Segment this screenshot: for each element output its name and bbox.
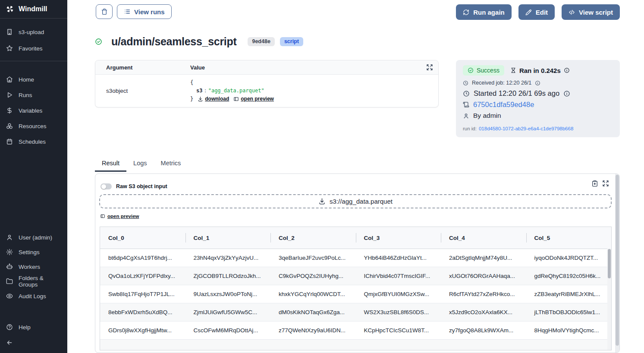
result-card: Raw S3 object input s3://agg_data.parque…	[95, 173, 620, 353]
raw-s3-toggle[interactable]	[101, 183, 112, 189]
arguments-header: Argument Value	[95, 60, 438, 75]
sidebar-item-folders-groups[interactable]: Folders & Groups	[0, 274, 67, 289]
user-icon	[6, 234, 13, 241]
table-row: 8ebbFxWDxrh5uXdBQ...ZjmlJUiGwfU5GWw5C...…	[100, 303, 611, 321]
table-row-partial	[100, 340, 611, 350]
column-header-col_2: Col_2	[270, 227, 356, 249]
tab-result[interactable]: Result	[95, 156, 126, 172]
scroll-icon	[463, 101, 469, 108]
table-cell: ZjmlJUiGwfU5GWw5C...	[185, 303, 271, 321]
sidebar-item-s3-upload[interactable]: s3-upload	[0, 24, 67, 40]
sidebar-item-settings[interactable]: Settings	[0, 245, 67, 259]
argument-value: { s3:"agg_data.parquet" } download open …	[190, 75, 438, 107]
table-row: Swb8Iq17FqHjoT7P1JL...9UazLsxzsJW0oPToNj…	[100, 285, 611, 303]
table-cell	[100, 340, 185, 350]
table-row: GDrs0j8wXXgfHgjjMtw...CscOFwM6MRqDOttAj.…	[100, 321, 611, 340]
view-runs-button[interactable]: View runs	[117, 4, 172, 19]
received-label: Received job: 12:20 26/1	[472, 80, 531, 86]
table-cell: Swb8Iq17FqHjoT7P1JL...	[100, 285, 185, 303]
tab-logs[interactable]: Logs	[126, 156, 154, 172]
script-type-badge: script	[280, 37, 303, 46]
expand-icon[interactable]	[602, 180, 609, 187]
clipboard-copy-icon[interactable]	[591, 180, 598, 187]
sidebar-nav-group: Home Runs Variables Resources Schedules	[0, 61, 67, 149]
download-link[interactable]: download	[198, 95, 229, 103]
result-card-scrollbar	[615, 174, 619, 353]
delete-button[interactable]	[96, 4, 113, 19]
info-icon[interactable]	[564, 67, 570, 73]
open-preview-link[interactable]: open preview	[100, 214, 139, 219]
brand[interactable]: Windmill	[0, 0, 67, 19]
hourglass-icon	[510, 67, 516, 73]
table-cell: iyqoODoNk4JRDQTZT...	[526, 249, 612, 267]
duration-text: Ran in 0.242s	[510, 67, 570, 74]
sidebar-item-audit-logs[interactable]: Audit Logs	[0, 289, 67, 303]
table-cell: KCpHpcTCIcSCu1W8T...	[356, 321, 441, 340]
panel-preview-icon	[233, 96, 239, 102]
star-icon	[6, 45, 13, 52]
sidebar-item-help[interactable]: Help	[0, 320, 67, 334]
help-circle-icon	[6, 324, 13, 331]
sidebar-item-schedules[interactable]: Schedules	[0, 134, 67, 149]
toolbar-left: View runs	[96, 4, 172, 19]
job-id-link[interactable]: 6750c1dfa59ed48e	[473, 101, 534, 109]
s3-file-label: s3://agg_data.parquet	[330, 198, 393, 205]
open-preview-link-label: open preview	[241, 95, 274, 103]
page-title: u/admin/seamless_script	[111, 35, 236, 48]
json-close-line: } download open preview	[190, 95, 438, 103]
sidebar-collapse-button[interactable]	[0, 335, 67, 353]
column-header-col_4: Col_4	[441, 227, 526, 249]
sidebar-item-label: Variables	[19, 107, 42, 114]
run-again-label: Run again	[473, 9, 505, 16]
table-scrollbar	[607, 249, 611, 350]
sidebar-item-favorites[interactable]: Favorites	[0, 40, 67, 57]
info-icon[interactable]	[535, 80, 540, 86]
sidebar-item-variables[interactable]: Variables	[0, 103, 67, 118]
run-id-row: run id: 018d4580-1072-ab29-e6a4-c1de9798…	[463, 126, 613, 131]
table-cell: ZjGCOB9TLLROdzoJkh...	[185, 267, 271, 285]
json-close-brace: }	[190, 95, 193, 103]
sidebar-item-label: Folders & Groups	[19, 275, 61, 288]
expand-icon[interactable]	[426, 64, 433, 71]
json-string-value: "agg_data.parquet"	[208, 88, 264, 94]
arrow-left-icon	[6, 339, 13, 346]
sidebar-item-home[interactable]: Home	[0, 72, 67, 87]
json-open-brace: {	[190, 79, 438, 87]
table-scrollbar-thumb[interactable]	[608, 249, 611, 278]
s3-file-download-button[interactable]: s3://agg_data.parquet	[99, 194, 612, 208]
table-cell: 8HqgHMolVYtighQcmc...	[526, 321, 612, 340]
run-id-link[interactable]: 018d4580-1072-ab29-e6a4-c1de9798b668	[479, 126, 573, 131]
status-label: Success	[477, 67, 499, 74]
building-icon	[6, 28, 13, 35]
play-icon	[6, 91, 13, 98]
calendar-icon	[6, 138, 13, 145]
table-cell: khxkYGCqYrlq00WCDT...	[270, 285, 356, 303]
sidebar-item-label: Favorites	[19, 45, 43, 52]
table-cell: IChirVbid4c07TmscIGIF...	[356, 267, 441, 285]
info-icon[interactable]	[563, 90, 570, 97]
view-script-button[interactable]: View script	[562, 4, 620, 20]
sidebar-item-label: Settings	[19, 249, 40, 255]
home-icon	[6, 76, 13, 83]
run-again-button[interactable]: Run again	[456, 4, 512, 20]
sidebar-item-user-admin[interactable]: User (admin)	[0, 230, 67, 245]
table-cell	[356, 340, 441, 350]
column-header-col_0: Col_0	[100, 227, 185, 249]
by-admin-label: By admin	[473, 112, 501, 120]
sidebar-item-label: Help	[19, 324, 31, 331]
argument-name: s3object	[95, 88, 190, 94]
sidebar-item-workers[interactable]: Workers	[0, 259, 67, 274]
edit-button[interactable]: Edit	[518, 4, 555, 20]
table-cell: 3qeBarIueJF2uvc9PoLc...	[270, 249, 356, 267]
success-check-icon	[95, 38, 102, 45]
result-card-scrollbar-thumb[interactable]	[616, 175, 619, 346]
tab-metrics[interactable]: Metrics	[154, 156, 188, 172]
sidebar-item-resources[interactable]: Resources	[0, 118, 67, 134]
sidebar-item-label: s3-upload	[19, 29, 44, 35]
json-kv-line: s3:"agg_data.parquet"	[190, 87, 438, 95]
open-preview-link[interactable]: open preview	[233, 95, 274, 103]
sidebar-item-runs[interactable]: Runs	[0, 87, 67, 103]
started-label: Started 12:20 26/1 69s ago	[474, 89, 559, 98]
download-icon	[318, 198, 326, 205]
view-script-label: View script	[579, 9, 613, 16]
